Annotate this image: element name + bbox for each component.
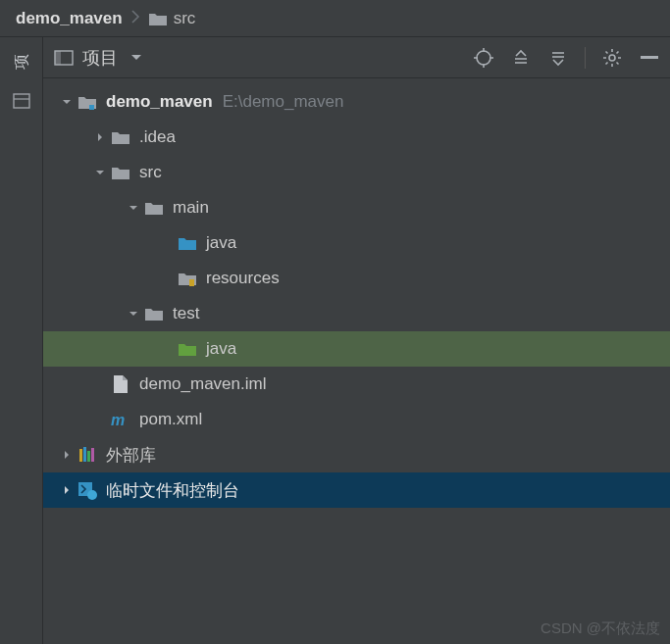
svg-point-5 bbox=[477, 51, 490, 65]
gear-icon[interactable] bbox=[601, 47, 623, 69]
chevron-down-icon[interactable] bbox=[90, 168, 110, 177]
svg-rect-19 bbox=[79, 449, 82, 462]
tree-node-main-java[interactable]: · java bbox=[43, 225, 670, 261]
tree-node-idea[interactable]: .idea bbox=[43, 120, 670, 155]
svg-rect-1 bbox=[14, 94, 29, 108]
resources-folder-icon bbox=[177, 268, 198, 289]
locate-icon[interactable] bbox=[473, 47, 494, 69]
collapse-all-icon[interactable] bbox=[547, 47, 569, 69]
node-label: main bbox=[173, 198, 209, 218]
iml-file-icon bbox=[110, 373, 131, 395]
svg-text:m: m bbox=[111, 412, 125, 428]
folder-icon bbox=[143, 197, 165, 219]
library-icon bbox=[77, 444, 98, 466]
panel-title: 项目 bbox=[82, 46, 118, 70]
tree-node-scratches[interactable]: 临时文件和控制台 bbox=[43, 472, 670, 508]
test-folder-icon bbox=[177, 338, 198, 360]
tree-node-test[interactable]: test bbox=[43, 296, 670, 331]
node-label: resources bbox=[206, 269, 280, 288]
node-label: 临时文件和控制台 bbox=[106, 479, 239, 502]
svg-text:项: 项 bbox=[13, 54, 29, 70]
svg-point-14 bbox=[609, 55, 615, 61]
project-toolbar: 项目 bbox=[43, 37, 670, 78]
breadcrumb-current[interactable]: src bbox=[148, 9, 196, 28]
tree-node-pom[interactable]: · m pom.xml bbox=[43, 402, 670, 437]
chevron-right-icon[interactable] bbox=[90, 132, 110, 142]
node-label: test bbox=[173, 304, 199, 323]
tree-node-external-libs[interactable]: 外部库 bbox=[43, 437, 670, 472]
node-label: java bbox=[206, 339, 236, 359]
node-label: src bbox=[139, 163, 162, 182]
chevron-down-icon[interactable] bbox=[124, 203, 143, 213]
left-gutter: 项 bbox=[0, 37, 43, 644]
project-tool-window-button[interactable]: 项 bbox=[7, 47, 36, 76]
tree-node-main-resources[interactable]: · resources bbox=[43, 261, 670, 296]
svg-rect-4 bbox=[55, 51, 61, 65]
breadcrumb-current-label: src bbox=[174, 9, 196, 28]
svg-point-24 bbox=[87, 490, 97, 500]
breadcrumb-project[interactable]: demo_maven bbox=[16, 9, 123, 28]
chevron-right-icon[interactable] bbox=[57, 450, 77, 460]
view-dropdown-icon[interactable] bbox=[126, 47, 147, 69]
structure-tool-window-button[interactable] bbox=[7, 86, 36, 116]
breadcrumb: demo_maven src bbox=[0, 0, 670, 37]
expand-all-icon[interactable] bbox=[510, 47, 532, 69]
breadcrumb-separator-icon bbox=[130, 9, 140, 28]
node-path: E:\demo_maven bbox=[223, 92, 344, 112]
maven-file-icon: m bbox=[110, 409, 131, 430]
node-label: demo_maven.iml bbox=[139, 374, 266, 394]
scratches-icon bbox=[77, 479, 98, 501]
tree-node-src[interactable]: src bbox=[43, 155, 670, 190]
node-label: pom.xml bbox=[139, 410, 202, 429]
svg-rect-20 bbox=[83, 447, 86, 462]
project-folder-icon bbox=[77, 91, 98, 113]
tree-node-test-java[interactable]: · java bbox=[43, 331, 670, 367]
svg-rect-16 bbox=[89, 105, 94, 110]
svg-rect-17 bbox=[189, 279, 194, 286]
hide-icon[interactable] bbox=[639, 47, 660, 69]
tree-node-iml[interactable]: · demo_maven.iml bbox=[43, 367, 670, 402]
svg-rect-22 bbox=[91, 448, 94, 462]
view-mode-icon[interactable] bbox=[53, 47, 75, 69]
folder-icon bbox=[143, 303, 165, 324]
svg-rect-21 bbox=[87, 451, 90, 462]
tree-node-main[interactable]: main bbox=[43, 190, 670, 225]
folder-icon bbox=[148, 11, 168, 26]
node-label: .idea bbox=[139, 127, 176, 147]
node-label: 外部库 bbox=[106, 444, 156, 467]
folder-icon bbox=[110, 126, 131, 148]
watermark: CSDN @不依法度 bbox=[541, 619, 660, 638]
svg-rect-15 bbox=[641, 56, 658, 59]
chevron-right-icon[interactable] bbox=[57, 485, 77, 495]
chevron-down-icon[interactable] bbox=[57, 97, 77, 107]
node-label: demo_maven bbox=[106, 92, 213, 112]
chevron-down-icon[interactable] bbox=[124, 309, 143, 319]
source-folder-icon bbox=[177, 232, 198, 254]
toolbar-divider bbox=[585, 47, 586, 69]
folder-icon bbox=[110, 162, 131, 183]
tree-node-project-root[interactable]: demo_maven E:\demo_maven bbox=[43, 84, 670, 120]
node-label: java bbox=[206, 233, 236, 253]
project-tree: demo_maven E:\demo_maven .idea src main … bbox=[43, 78, 670, 644]
